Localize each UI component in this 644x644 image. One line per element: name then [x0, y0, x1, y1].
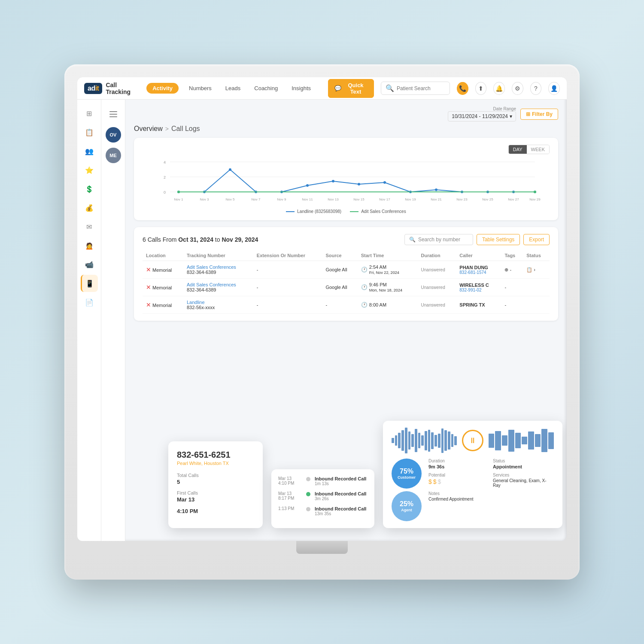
svg-text:Nov 1: Nov 1: [174, 197, 183, 201]
sidebar-icon-video[interactable]: 📹: [81, 256, 98, 273]
sidebar-icon-star[interactable]: ⭐: [81, 161, 98, 179]
week-toggle-btn[interactable]: WEEK: [527, 145, 549, 154]
upload-icon-btn[interactable]: ⬆: [475, 82, 487, 95]
cell-status: [523, 296, 550, 314]
meta-potential: Potential $ $ $: [428, 473, 489, 488]
pause-icon: ⏸: [469, 436, 477, 445]
col-caller: Caller: [456, 250, 501, 261]
avatar-ov[interactable]: OV: [106, 127, 121, 143]
col-start-time: Start Time: [358, 250, 418, 261]
cross-icon: ✕: [146, 301, 151, 308]
svg-text:Nov 3: Nov 3: [200, 197, 209, 201]
waveform-bar: [515, 433, 521, 448]
copy-icon[interactable]: 📋: [526, 267, 532, 272]
patient-search-input[interactable]: [397, 85, 445, 91]
date-range-value[interactable]: 10/31/2024 - 11/29/2024 ▾: [448, 111, 516, 122]
hamburger-btn[interactable]: [106, 106, 121, 122]
timeline-dot-1: [306, 477, 310, 481]
table-settings-btn[interactable]: Table Settings: [477, 234, 520, 245]
timeline-card: Mar 13 4:10 PM Inbound Recorded Call 1m …: [271, 469, 374, 528]
help-icon-btn[interactable]: ?: [530, 82, 542, 95]
svg-text:Nov 9: Nov 9: [277, 197, 286, 201]
caller-phone[interactable]: 832-681-1574: [459, 270, 498, 275]
status-value: Appointment: [493, 464, 554, 469]
potential-icons: $ $ $: [428, 478, 489, 485]
tracking-link[interactable]: Landline: [187, 300, 250, 305]
module-label: Call Tracking: [106, 82, 136, 95]
breadcrumb-parent[interactable]: Overview: [134, 125, 163, 133]
caller-phone[interactable]: 832-991-02: [459, 288, 498, 292]
add-tag-icon[interactable]: ⊕: [504, 267, 508, 272]
table-row[interactable]: ✕ Memorial Adit Sales Conferences 832-36…: [143, 261, 550, 279]
timeline-item-1[interactable]: Mar 13 4:10 PM Inbound Recorded Call 1m …: [278, 476, 368, 486]
tracking-link[interactable]: Adit Sales Conferences: [187, 264, 250, 270]
sidebar-icon-person[interactable]: 🙍: [81, 237, 98, 254]
call-time: 🕐 2:54 AMFri, Nov 22, 2024: [361, 264, 414, 275]
cell-location: ✕ Memorial: [143, 261, 183, 279]
calls-card: 6 Calls From Oct 31, 2024 to Nov 29, 202…: [134, 227, 558, 321]
patient-search-box[interactable]: 🔍: [381, 82, 450, 95]
donut-agent: 25% Agent: [392, 491, 422, 521]
timeline-item-2[interactable]: Mar 13 8:17 PM Inbound Recorded Call 3m …: [278, 491, 368, 501]
dollar-icon-1: $: [428, 478, 432, 485]
col-tags: Tags: [501, 250, 523, 261]
sidebar-icon-contacts[interactable]: 👥: [81, 143, 98, 160]
svg-point-29: [383, 181, 386, 184]
sidebar-icon-dollar[interactable]: 💲: [81, 180, 98, 197]
filter-btn[interactable]: ⊞ Filter By: [520, 109, 558, 120]
waveform-bar: [454, 436, 457, 445]
sidebar-icon-grid[interactable]: ⊞: [81, 105, 98, 122]
gear-icon-btn[interactable]: ⚙: [512, 82, 523, 95]
nav-leads[interactable]: Leads: [222, 83, 244, 94]
waveform-bar: [438, 434, 440, 448]
cell-start-time: 🕐 2:54 AMFri, Nov 22, 2024: [358, 261, 418, 279]
waveform-bar: [431, 432, 434, 449]
waveform-bar: [444, 430, 447, 451]
waveform-bar: [448, 431, 450, 450]
tracking-link[interactable]: Adit Sales Conferences: [187, 282, 250, 287]
sidebar-icon-clipboard[interactable]: 📄: [81, 294, 98, 311]
dollar-icon-3: $: [438, 478, 441, 485]
sidebar-icon-mail[interactable]: ✉: [81, 218, 98, 235]
calls-search-box[interactable]: 🔍 Search by number: [404, 234, 473, 245]
duration-label: Duration: [428, 459, 489, 463]
cell-caller: WIRELESS C 832-991-02: [456, 279, 501, 296]
chevron-icon[interactable]: ›: [534, 267, 535, 272]
export-btn[interactable]: Export: [523, 234, 550, 245]
sidebar-icon-list[interactable]: 📋: [81, 124, 98, 141]
search-placeholder-text: Search by number: [418, 237, 460, 243]
meta-duration: Duration 9m 36s: [428, 459, 489, 469]
caller-name: WIRELESS C: [459, 283, 498, 288]
table-row[interactable]: ✕ Memorial Landline 832-56x-xxxx - -: [143, 296, 550, 314]
cell-start-time: 🕐 8:00 AM: [358, 296, 418, 314]
nav-coaching[interactable]: Coaching: [251, 83, 281, 94]
nav-numbers[interactable]: Numbers: [185, 83, 215, 94]
first-calls-date: Mar 13: [177, 496, 254, 503]
nav-insights[interactable]: Insights: [288, 83, 314, 94]
timeline-item-3[interactable]: 1:13 PM Inbound Recorded Call 13m 35s: [278, 506, 368, 516]
call-duration-3: 13m 35s: [315, 511, 368, 516]
chart-controls: DAY WEEK: [143, 145, 550, 154]
svg-text:Nov 13: Nov 13: [328, 197, 339, 201]
phone-icon-btn[interactable]: 📞: [457, 82, 468, 95]
sidebar-icon-phone-active[interactable]: 📱: [81, 275, 98, 292]
services-value: General Cleaning, Exam, X-Ray: [493, 478, 554, 488]
date-range-label: Date Range: [493, 106, 516, 111]
timeline-info-3: Inbound Recorded Call 13m 35s: [315, 506, 368, 516]
pause-btn[interactable]: ⏸: [462, 430, 483, 451]
agent-label: Agent: [401, 508, 412, 512]
sidebar-icon-money[interactable]: 💰: [81, 199, 98, 216]
call-time: 🕐 8:00 AM: [361, 302, 414, 308]
quick-text-btn[interactable]: 💬 Quick Text: [328, 79, 374, 98]
table-row[interactable]: ✕ Memorial Adit Sales Conferences 832-36…: [143, 279, 550, 296]
patient-location: Houston TX: [204, 461, 229, 466]
user-icon-btn[interactable]: 👤: [548, 82, 560, 95]
quick-text-label: Quick Text: [344, 82, 368, 95]
calls-title: 6 Calls From Oct 31, 2024 to Nov 29, 202…: [143, 236, 258, 243]
filter-label: Filter By: [532, 111, 553, 117]
nav-activity-btn[interactable]: Activity: [146, 83, 179, 94]
day-toggle-btn[interactable]: DAY: [509, 145, 527, 154]
avatar-me[interactable]: ME: [106, 148, 121, 163]
waveform-bars-right: [489, 428, 554, 453]
bell-icon-btn[interactable]: 🔔: [493, 82, 505, 95]
